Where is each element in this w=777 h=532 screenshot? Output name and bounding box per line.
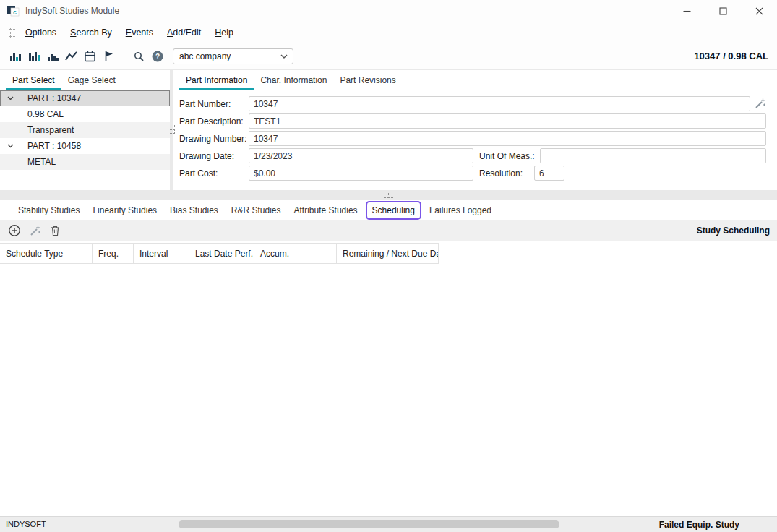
status-bar: INDYSOFT Failed Equip. Study — [0, 516, 777, 532]
menu-add-edit[interactable]: Add/Edit — [166, 25, 202, 40]
menu-help[interactable]: Help — [214, 25, 234, 40]
histogram-button[interactable] — [43, 47, 62, 66]
trend-chart-button[interactable] — [62, 47, 81, 66]
section-title: Study Scheduling — [697, 226, 770, 236]
tree-row[interactable]: PART : 10347 — [0, 90, 170, 106]
column-header[interactable]: Last Date Perf. — [189, 244, 254, 263]
calendar-button[interactable] — [81, 47, 100, 66]
horizontal-scrollbar-thumb[interactable] — [179, 520, 559, 528]
flag-icon — [104, 51, 114, 61]
tree-item-label: METAL — [27, 157, 56, 167]
toolbar-separator — [124, 51, 124, 62]
menu-bar: Options Search By Events Add/Edit Help — [0, 22, 777, 43]
add-schedule-button[interactable] — [6, 222, 23, 239]
bar-chart-icon — [9, 51, 22, 61]
chevron-down-icon[interactable] — [7, 96, 14, 100]
tab-part-select[interactable]: Part Select — [6, 70, 61, 90]
help-button[interactable]: ? — [148, 47, 167, 66]
company-select-value: abc company — [179, 51, 280, 61]
column-header[interactable]: Schedule Type — [0, 244, 93, 263]
tree-row[interactable]: METAL — [0, 154, 170, 170]
bar-chart-button[interactable] — [6, 47, 25, 66]
current-context-label: 10347 / 0.98 CAL — [694, 51, 768, 61]
close-button[interactable] — [741, 0, 777, 22]
tab-gage-select[interactable]: Gage Select — [61, 70, 122, 90]
menu-options[interactable]: Options — [25, 25, 57, 40]
unit-of-meas-field[interactable] — [540, 148, 766, 163]
part-cost-label: Part Cost: — [179, 168, 249, 179]
schedule-table-header: Schedule Type Freq. Interval Last Date P… — [0, 243, 439, 264]
company-select[interactable]: abc company — [173, 48, 293, 64]
tab-failures-logged[interactable]: Failures Logged — [423, 200, 498, 220]
scheduling-toolbar: Study Scheduling — [0, 220, 777, 241]
svg-text:c: c — [13, 9, 17, 16]
tab-part-information[interactable]: Part Information — [179, 70, 254, 90]
toolbar: ? abc company 10347 / 0.98 CAL — [0, 43, 777, 69]
chevron-down-icon[interactable] — [7, 144, 14, 148]
select-panel: Part Select Gage Select PART : 10347 0.9… — [0, 70, 170, 190]
window-title: IndySoft Studies Module — [25, 6, 119, 16]
tree-item-label: PART : 10458 — [27, 141, 81, 151]
drawing-number-field[interactable] — [249, 131, 766, 146]
tab-bias-studies[interactable]: Bias Studies — [163, 200, 225, 220]
status-left-text: INDYSOFT — [6, 520, 46, 528]
minimize-icon — [683, 7, 691, 15]
tab-scheduling[interactable]: Scheduling — [366, 201, 421, 220]
schedule-table-body — [0, 264, 777, 510]
drawing-date-label: Drawing Date: — [179, 151, 249, 161]
tab-stability-studies[interactable]: Stability Studies — [12, 200, 86, 220]
drag-handle-icon[interactable] — [9, 27, 15, 38]
trash-icon — [50, 225, 61, 236]
part-number-field[interactable] — [249, 96, 750, 111]
column-header[interactable]: Freq. — [93, 244, 134, 263]
horizontal-splitter-handle[interactable] — [383, 192, 395, 198]
menu-events[interactable]: Events — [125, 25, 154, 40]
column-header[interactable]: Interval — [134, 244, 189, 263]
chevron-down-icon — [280, 54, 288, 59]
drawing-number-label: Drawing Number: — [179, 134, 249, 144]
unit-of-meas-label: Unit Of Meas.: — [473, 151, 540, 161]
window-controls — [669, 0, 777, 22]
trend-chart-icon — [65, 51, 78, 61]
edit-schedule-button[interactable] — [26, 222, 43, 239]
tab-rr-studies[interactable]: R&R Studies — [225, 200, 288, 220]
schedule-table: Schedule Type Freq. Interval Last Date P… — [0, 243, 777, 510]
resolution-field[interactable] — [534, 166, 564, 181]
menu-search-by[interactable]: Search By — [69, 25, 113, 40]
magic-wand-icon — [754, 98, 766, 110]
part-tree: PART : 10347 0.98 CAL Transparent PART :… — [0, 90, 170, 170]
delete-schedule-button[interactable] — [46, 222, 64, 239]
search-button[interactable] — [129, 47, 148, 66]
part-cost-field[interactable] — [249, 166, 473, 181]
search-icon — [133, 51, 145, 62]
tree-row[interactable]: 0.98 CAL — [0, 106, 170, 122]
flag-button[interactable] — [100, 47, 119, 66]
part-description-label: Part Description: — [179, 116, 249, 126]
help-icon: ? — [152, 51, 163, 62]
tab-char-information[interactable]: Char. Information — [254, 70, 333, 90]
magic-wand-button[interactable] — [753, 97, 766, 111]
part-info-panel: Part Information Char. Information Part … — [173, 70, 777, 190]
calendar-icon — [85, 51, 96, 62]
studies-panel: Stability Studies Linearity Studies Bias… — [0, 200, 777, 516]
tab-attribute-studies[interactable]: Attribute Studies — [288, 200, 364, 220]
tree-row[interactable]: Transparent — [0, 122, 170, 138]
tree-row[interactable]: PART : 10458 — [0, 138, 170, 154]
part-description-field[interactable] — [249, 113, 766, 129]
vertical-splitter-handle[interactable] — [169, 124, 175, 136]
window-chrome: c IndySoft Studies Module Options Search… — [0, 0, 777, 69]
drawing-date-field[interactable] — [249, 148, 473, 163]
tab-linearity-studies[interactable]: Linearity Studies — [86, 200, 163, 220]
part-form: Part Number: Part Description: Drawing N… — [173, 90, 777, 181]
magic-wand-icon — [29, 225, 41, 237]
column-header[interactable]: Accum. — [254, 244, 337, 263]
maximize-icon — [719, 7, 727, 15]
minimize-button[interactable] — [669, 0, 705, 22]
app-logo-icon: c — [7, 5, 20, 17]
column-header[interactable]: Remaining / Next Due Da — [337, 244, 439, 263]
tab-part-revisions[interactable]: Part Revisions — [333, 70, 402, 90]
select-panel-tabs: Part Select Gage Select — [0, 70, 170, 90]
column-chart-button[interactable] — [25, 47, 43, 66]
tree-item-label: 0.98 CAL — [27, 109, 64, 119]
maximize-button[interactable] — [705, 0, 741, 22]
